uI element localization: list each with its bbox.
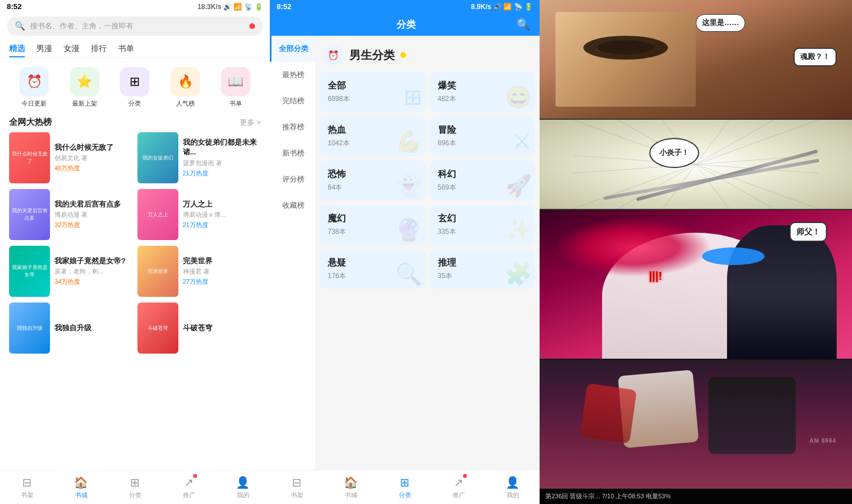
- header-search-button[interactable]: 🔍: [516, 18, 531, 31]
- book-heat-6: 27万热度: [183, 278, 261, 286]
- book-item-8[interactable]: 斗破苍穹 斗破苍穹: [137, 303, 261, 354]
- icon-today-update[interactable]: ⏰ 今日更新: [19, 67, 49, 108]
- manga-bottom-bar: 第236回 晋级斗宗... 7/10 上午08:53 电量53%: [540, 489, 852, 504]
- cat-card-xuanhuan[interactable]: 玄幻 335本 ✨: [430, 205, 536, 245]
- cat-card-all[interactable]: 全部 6898本 ⊞: [320, 72, 425, 112]
- manga-panel-2[interactable]: 小炎子！: [540, 120, 852, 210]
- cat-card-rexue[interactable]: 热血 1042本 💪: [320, 116, 425, 156]
- bottom-nav-tuiguang-left[interactable]: ↗ 推广: [162, 473, 216, 502]
- search-bar[interactable]: 🔍 搜书名、作者、主角，一搜即有: [7, 16, 263, 36]
- category-header: 分类 🔍: [270, 13, 540, 36]
- sidebar-cats: 全部分类 最热榜 完结榜 推荐榜 新书榜 评分榜 收藏榜: [270, 36, 315, 469]
- icon-new-shelf[interactable]: ⭐ 最新上架: [70, 67, 99, 108]
- book-row-3: 我家娘子竟然是女帝 我家娘子竟然是女帝? 原著：老狗，剩... 34万热度 完美…: [5, 246, 265, 297]
- watermark: AM 8964: [809, 438, 837, 444]
- bottom-nav-left: ⊟ 书架 🏠 书城 ⊞ 分类 ↗ 推广 👤 我的: [0, 469, 270, 504]
- tuiguang-label-left: 推广: [183, 491, 195, 499]
- book-author-4: 博易动漫 x 博...: [183, 211, 261, 219]
- cat-card-baoxiao[interactable]: 爆笑 482本 😄: [430, 72, 536, 112]
- cat-card-xuanyi[interactable]: 悬疑 176本 🔍: [320, 249, 425, 289]
- book-item-6[interactable]: 完美世界 完美世界 神漫君 著 27万热度: [137, 246, 261, 297]
- sidebar-cat-collection[interactable]: 收藏榜: [270, 192, 315, 219]
- book-cover-4: 万人之上: [137, 189, 178, 240]
- book-title-8: 斗破苍穹: [183, 324, 261, 333]
- cat-main: ⏰ 男生分类 全部 6898本 ⊞ 爆笑 482本 😄 热血 1042: [315, 36, 540, 469]
- sidebar-cat-finished[interactable]: 完结榜: [270, 88, 315, 114]
- bottom-nav-fenlei-left[interactable]: ⊞ 分类: [108, 473, 162, 502]
- fenlei-icon-mid: ⊞: [400, 476, 410, 489]
- cat-card-maoxian[interactable]: 冒险 896本 ⚔: [430, 116, 536, 156]
- sidebar-cat-newbook[interactable]: 新书榜: [270, 140, 315, 166]
- section-title: 全网大热榜: [9, 117, 52, 128]
- book-item-4[interactable]: 万人之上 万人之上 博易动漫 x 博... 21万热度: [137, 189, 261, 240]
- speech-bubble-3: 师父！: [790, 222, 827, 241]
- cat-card-kongbu[interactable]: 恐怖 84本 👻: [320, 161, 425, 200]
- section-more-button[interactable]: 更多 >: [240, 117, 261, 128]
- category-label: 分类: [128, 99, 141, 108]
- book-row-4: 我独自升级 我独自升级 斗破苍穹 斗破苍穹: [5, 303, 265, 354]
- today-update-icon: ⏰: [19, 67, 49, 96]
- tab-nvman[interactable]: 女漫: [64, 40, 80, 57]
- tuiguang-icon-left: ↗: [184, 476, 194, 489]
- book-title-6: 完美世界: [183, 257, 261, 266]
- male-section-icon: ⏰: [323, 45, 344, 65]
- icons-row: ⏰ 今日更新 ⭐ 最新上架 ⊞ 分类 🔥 人气榜 📖 书单: [0, 62, 270, 115]
- manga-panel-4[interactable]: AM 8964: [540, 360, 852, 489]
- icon-booklist[interactable]: 📖 书单: [221, 67, 250, 108]
- shucheng-icon-left: 🏠: [74, 476, 88, 489]
- book-author-1: 创易文化 著: [55, 154, 133, 162]
- book-author-2: 菠萝包漫画 著: [183, 159, 261, 167]
- tab-nanman[interactable]: 男漫: [36, 40, 52, 57]
- cat-card-mohuan[interactable]: 魔幻 738本 🔮: [320, 205, 425, 245]
- book-item-1[interactable]: 我什么时候无敌了 我什么时候无敌了 创易文化 著 46万热度: [9, 132, 133, 183]
- book-cover-7: 我独自升级: [9, 303, 50, 354]
- sidebar-cat-all[interactable]: 全部分类: [270, 36, 315, 62]
- cat-bg-xuanyi: 🔍: [395, 262, 422, 287]
- icon-category[interactable]: ⊞ 分类: [120, 67, 149, 108]
- tab-shudan[interactable]: 书单: [118, 40, 134, 57]
- cat-bg-all: ⊞: [404, 85, 422, 110]
- bottom-nav-shucheng-mid[interactable]: 🏠 书城: [324, 473, 378, 502]
- book-info-5: 我家娘子竟然是女帝? 原著：老狗，剩... 34万热度: [55, 246, 133, 297]
- book-author-3: 博易动漫 著: [55, 211, 133, 219]
- sidebar-cat-rehot[interactable]: 最热榜: [270, 62, 315, 88]
- bottom-nav-shucheng-left[interactable]: 🏠 书城: [54, 473, 108, 502]
- sidebar-cat-rating[interactable]: 评分榜: [270, 166, 315, 192]
- svg-line-9: [696, 165, 729, 209]
- wode-label-mid: 我的: [507, 491, 519, 499]
- book-title-7: 我独自升级: [55, 324, 133, 333]
- book-info-2: 我的女徒弟们都是未来诸... 菠萝包漫画 著 21万热度: [183, 132, 261, 183]
- manga-panel-3[interactable]: |||! 师父！: [540, 210, 852, 360]
- bottom-nav-wode-left[interactable]: 👤 我的: [216, 473, 270, 502]
- book-author-6: 神漫君 著: [183, 267, 261, 276]
- wode-label-left: 我的: [237, 491, 249, 499]
- status-network-mid: 8.9K/s 🔊 📶 📡 🔋: [471, 3, 533, 11]
- search-mic-button[interactable]: [249, 23, 255, 29]
- book-item-3[interactable]: 我的夫君后宫有点多 我的夫君后宫有点多 博易动漫 著 32万热度: [9, 189, 133, 240]
- book-cover-1: 我什么时候无敌了: [9, 132, 50, 183]
- bottom-nav-wode-mid[interactable]: 👤 我的: [486, 473, 540, 502]
- bottom-nav-fenlei-mid[interactable]: ⊞ 分类: [378, 473, 432, 502]
- bottom-nav-shujia-left[interactable]: ⊟ 书架: [0, 473, 54, 502]
- bottom-nav-tuiguang-mid[interactable]: ↗ 推广: [432, 473, 486, 502]
- tab-jingxuan[interactable]: 精选: [9, 40, 25, 57]
- bottom-nav-shujia-mid[interactable]: ⊟ 书架: [270, 473, 324, 502]
- book-heat-3: 32万热度: [55, 221, 133, 229]
- cat-card-tuili[interactable]: 推理 35本 🧩: [430, 249, 536, 289]
- speech-bubble-2: 小炎子！: [649, 138, 699, 168]
- cat-card-kehuan[interactable]: 科幻 569本 🚀: [430, 161, 536, 200]
- today-update-label: 今日更新: [22, 99, 47, 108]
- book-item-7[interactable]: 我独自升级 我独自升级: [9, 303, 133, 354]
- panel-mid: 8:52 8.9K/s 🔊 📶 📡 🔋 分类 🔍 全部分类 最热榜 完结榜 推荐…: [270, 0, 540, 504]
- book-info-8: 斗破苍穹: [183, 303, 261, 354]
- sidebar-cat-recommend[interactable]: 推荐榜: [270, 114, 315, 140]
- nav-tabs: 精选 男漫 女漫 排行 书单: [0, 40, 270, 58]
- tab-paihang[interactable]: 排行: [91, 40, 107, 57]
- svg-line-4: [696, 120, 774, 165]
- book-row-1: 我什么时候无敌了 我什么时候无敌了 创易文化 著 46万热度 我的女徒弟们 我的…: [5, 132, 265, 183]
- book-item-2[interactable]: 我的女徒弟们 我的女徒弟们都是未来诸... 菠萝包漫画 著 21万热度: [137, 132, 261, 183]
- fenlei-label-left: 分类: [129, 491, 141, 499]
- book-item-5[interactable]: 我家娘子竟然是女帝 我家娘子竟然是女帝? 原著：老狗，剩... 34万热度: [9, 246, 133, 297]
- icon-popular[interactable]: 🔥 人气榜: [170, 67, 200, 108]
- manga-panel-1[interactable]: 这里是…… 魂殿？！: [540, 0, 852, 120]
